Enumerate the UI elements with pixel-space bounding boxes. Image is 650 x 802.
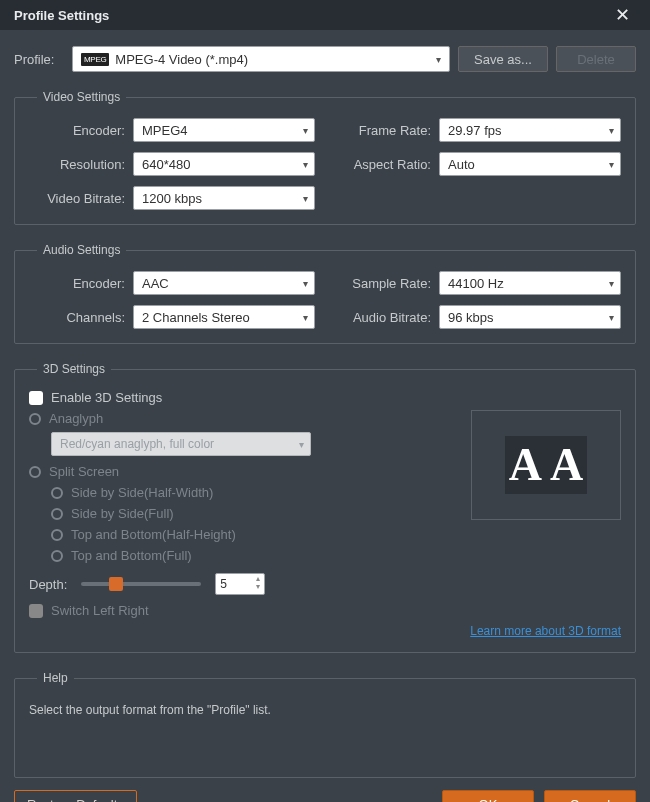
split-screen-radio xyxy=(29,466,41,478)
anaglyph-radio xyxy=(29,413,41,425)
close-icon[interactable]: ✕ xyxy=(609,0,636,30)
audio-bitrate-select[interactable]: 96 kbps▾ xyxy=(439,305,621,329)
audio-encoder-label: Encoder: xyxy=(29,276,125,291)
video-encoder-label: Encoder: xyxy=(29,123,125,138)
frame-rate-select[interactable]: 29.97 fps▾ xyxy=(439,118,621,142)
video-bitrate-select[interactable]: 1200 kbps▾ xyxy=(133,186,315,210)
chevron-down-icon: ▾ xyxy=(303,125,308,136)
tb-half-radio xyxy=(51,529,63,541)
anaglyph-label: Anaglyph xyxy=(49,411,103,426)
channels-select[interactable]: 2 Channels Stereo▾ xyxy=(133,305,315,329)
resolution-label: Resolution: xyxy=(29,157,125,172)
delete-button: Delete xyxy=(556,46,636,72)
profile-label: Profile: xyxy=(14,52,64,67)
learn-more-link[interactable]: Learn more about 3D format xyxy=(470,624,621,638)
depth-spinner[interactable]: 5 ▴▾ xyxy=(215,573,265,595)
sample-rate-select[interactable]: 44100 Hz▾ xyxy=(439,271,621,295)
chevron-down-icon: ▾ xyxy=(609,312,614,323)
profile-select-value: MPEG-4 Video (*.mp4) xyxy=(115,52,248,67)
help-fieldset: Help Select the output format from the "… xyxy=(14,671,636,778)
sample-rate-label: Sample Rate: xyxy=(335,276,431,291)
mpeg-icon: MPEG xyxy=(81,53,109,66)
sbs-full-radio xyxy=(51,508,63,520)
video-bitrate-label: Video Bitrate: xyxy=(29,191,125,206)
restore-defaults-button[interactable]: Restore Defaults xyxy=(14,790,137,802)
aspect-ratio-label: Aspect Ratio: xyxy=(335,157,431,172)
switch-lr-checkbox xyxy=(29,604,43,618)
switch-lr-label: Switch Left Right xyxy=(51,603,149,618)
save-as-button[interactable]: Save as... xyxy=(458,46,548,72)
preview-aa-icon: AA xyxy=(505,436,587,494)
profile-select[interactable]: MPEG MPEG-4 Video (*.mp4) ▾ xyxy=(72,46,450,72)
chevron-down-icon: ▾ xyxy=(303,278,308,289)
chevron-down-icon: ▾ xyxy=(609,278,614,289)
audio-settings-fieldset: Audio Settings Encoder: AAC▾ Sample Rate… xyxy=(14,243,636,344)
chevron-down-icon: ▾ xyxy=(436,54,441,65)
sbs-half-radio xyxy=(51,487,63,499)
video-encoder-select[interactable]: MPEG4▾ xyxy=(133,118,315,142)
chevron-down-icon: ▾ xyxy=(609,159,614,170)
channels-label: Channels: xyxy=(29,310,125,325)
chevron-down-icon[interactable]: ▾ xyxy=(256,583,260,591)
enable-3d-label: Enable 3D Settings xyxy=(51,390,162,405)
dialog-title: Profile Settings xyxy=(14,8,109,23)
slider-thumb[interactable] xyxy=(109,577,123,591)
titlebar: Profile Settings ✕ xyxy=(0,0,650,30)
chevron-down-icon: ▾ xyxy=(303,159,308,170)
split-screen-label: Split Screen xyxy=(49,464,119,479)
3d-settings-legend: 3D Settings xyxy=(37,362,111,376)
help-legend: Help xyxy=(37,671,74,685)
resolution-select[interactable]: 640*480▾ xyxy=(133,152,315,176)
sbs-half-label: Side by Side(Half-Width) xyxy=(71,485,213,500)
video-settings-legend: Video Settings xyxy=(37,90,126,104)
chevron-down-icon: ▾ xyxy=(299,439,304,450)
sbs-full-label: Side by Side(Full) xyxy=(71,506,174,521)
tb-full-label: Top and Bottom(Full) xyxy=(71,548,192,563)
audio-bitrate-label: Audio Bitrate: xyxy=(335,310,431,325)
tb-full-radio xyxy=(51,550,63,562)
video-settings-fieldset: Video Settings Encoder: MPEG4▾ Frame Rat… xyxy=(14,90,636,225)
depth-label: Depth: xyxy=(29,577,67,592)
audio-settings-legend: Audio Settings xyxy=(37,243,126,257)
aspect-ratio-select[interactable]: Auto▾ xyxy=(439,152,621,176)
tb-half-label: Top and Bottom(Half-Height) xyxy=(71,527,236,542)
chevron-down-icon: ▾ xyxy=(609,125,614,136)
3d-settings-fieldset: 3D Settings Enable 3D Settings Anaglyph … xyxy=(14,362,636,653)
ok-button[interactable]: OK xyxy=(442,790,534,802)
depth-slider[interactable] xyxy=(81,582,201,586)
enable-3d-checkbox[interactable] xyxy=(29,391,43,405)
help-text: Select the output format from the "Profi… xyxy=(29,699,621,763)
frame-rate-label: Frame Rate: xyxy=(335,123,431,138)
cancel-button[interactable]: Cancel xyxy=(544,790,636,802)
chevron-down-icon: ▾ xyxy=(303,312,308,323)
chevron-down-icon: ▾ xyxy=(303,193,308,204)
3d-preview: AA xyxy=(471,410,621,520)
audio-encoder-select[interactable]: AAC▾ xyxy=(133,271,315,295)
anaglyph-type-select: Red/cyan anaglyph, full color ▾ xyxy=(51,432,311,456)
